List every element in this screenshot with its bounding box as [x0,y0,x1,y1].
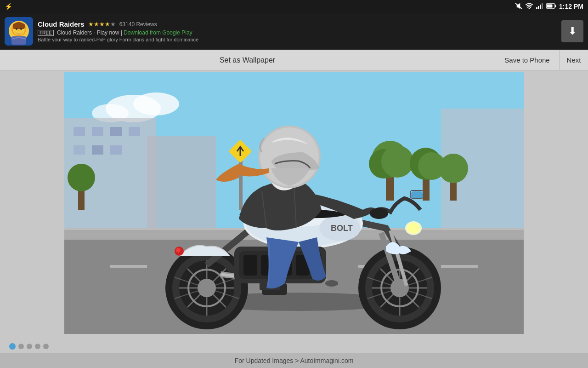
main-content: BOLT [0,71,588,368]
wifi-icon [525,3,533,11]
svg-point-103 [370,208,388,219]
svg-rect-4 [540,5,541,9]
ad-description: Battle your way to ranked-PvP glory Form… [38,37,561,42]
ad-banner[interactable]: Cloud Raiders ★★★★★ 63140 Reviews FREE C… [0,13,588,50]
svg-rect-91 [243,255,257,276]
svg-rect-27 [110,127,122,136]
svg-rect-7 [555,5,556,7]
dot-3[interactable] [27,344,32,349]
svg-rect-28 [129,127,140,136]
status-bar: ⚡ 1:12 PM [0,0,588,13]
svg-point-98 [407,223,420,233]
battery-icon [546,3,556,10]
status-bar-left: ⚡ [5,3,12,10]
svg-rect-3 [538,6,539,9]
time-display: 1:12 PM [559,3,583,10]
ad-reviews: 63140 Reviews [119,21,157,28]
wallpaper-image: BOLT [64,72,524,334]
download-button[interactable]: ⬇ [561,20,583,42]
ad-app-icon [5,17,33,46]
svg-point-1 [529,8,530,9]
svg-rect-43 [239,155,243,210]
bottom-bar: For Updated Images > AutoImmagini.com [0,353,588,368]
save-to-phone-button[interactable]: Save to Phone [495,50,560,70]
svg-rect-25 [74,127,85,136]
svg-point-88 [325,280,338,287]
mute-icon [515,3,522,11]
ad-download-link[interactable]: Download from Google Play [124,29,192,36]
svg-rect-48 [110,265,147,268]
set-wallpaper-button[interactable]: Set as Wallpaper [0,50,495,70]
svg-point-96 [176,248,181,253]
svg-point-35 [381,145,413,178]
ad-title-row: Cloud Raiders ★★★★★ 63140 Reviews [38,20,561,28]
dot-1[interactable] [9,343,16,350]
ad-play-text: Cloud Raiders - Play now | [57,29,122,36]
ad-content: Cloud Raiders ★★★★★ 63140 Reviews FREE C… [38,20,561,42]
svg-point-15 [20,28,22,30]
signal-icon [536,3,543,11]
svg-rect-29 [74,145,85,155]
usb-icon: ⚡ [5,3,12,10]
svg-text:BOLT: BOLT [331,224,353,233]
ad-stars: ★★★★★ [88,21,116,28]
svg-point-20 [133,92,179,115]
watermark-text: For Updated Images > AutoImmagini.com [235,357,354,364]
image-dots-indicator [9,343,49,350]
svg-rect-31 [110,145,122,155]
dot-5[interactable] [43,344,49,349]
svg-point-40 [439,154,468,183]
svg-rect-8 [547,4,553,7]
svg-rect-85 [411,191,423,198]
svg-rect-30 [92,145,103,155]
svg-rect-23 [147,136,216,237]
svg-point-14 [16,28,17,30]
svg-point-42 [68,164,95,191]
svg-rect-52 [441,265,478,268]
svg-rect-2 [536,7,537,9]
toolbar: Set as Wallpaper Save to Phone Next [0,50,588,71]
download-arrow-icon: ⬇ [568,25,577,37]
svg-rect-13 [13,23,25,29]
next-button[interactable]: Next [560,50,588,70]
dot-4[interactable] [35,344,40,349]
dot-2[interactable] [18,344,24,349]
ad-subtitle[interactable]: FREE Cloud Raiders - Play now | Download… [38,29,561,36]
svg-point-16 [18,30,20,31]
svg-rect-26 [92,127,103,136]
status-bar-right: 1:12 PM [515,3,583,11]
free-badge: FREE [38,30,54,36]
svg-rect-5 [542,3,543,9]
ad-app-name: Cloud Raiders [38,20,85,28]
